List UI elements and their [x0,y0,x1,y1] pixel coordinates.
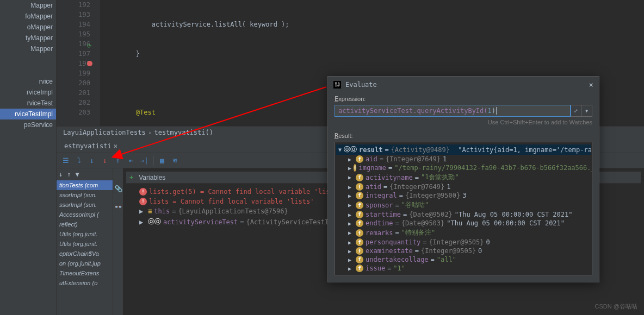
result-field[interactable]: ▶f issue = "1" [336,264,591,273]
result-field[interactable]: ▶f atid = {Integer@7649} 1 [336,182,591,191]
prev-frame-icon[interactable]: ↓ [59,171,63,178]
trace-button[interactable]: ≋ [169,155,181,167]
history-dropdown-icon[interactable]: ▾ [581,105,592,117]
hint-text: Use Ctrl+Shift+Enter to add to Watches [335,117,592,130]
stack-frame[interactable]: utExtension (o [57,278,113,288]
close-icon[interactable]: × [589,80,593,89]
result-field[interactable]: ▶f remarks = "特别备注" [336,228,591,238]
link-icon[interactable]: 🔗 [114,185,122,193]
field-icon: f [356,229,363,237]
glasses-icon[interactable]: 👓 [114,203,122,211]
result-field[interactable]: ▶f undertakecollage = "all" [336,255,591,264]
file-item[interactable]: rviceTestImpl [0,109,56,119]
stack-frame[interactable]: reflect) [57,219,113,229]
run-to-cursor-button[interactable]: →| [138,155,150,167]
file-item[interactable]: foMapper [0,11,56,22]
result-field[interactable]: ▶f sponsor = "谷咕咕" [336,200,591,210]
field-icon: f [356,174,363,181]
field-icon: f [356,256,363,263]
result-field[interactable]: ▶f starttime = {Date@9502} "Thu Aug 05 0… [336,210,591,219]
expand-arrow-icon[interactable]: ▶ [348,248,354,254]
step-into-button[interactable]: ↓ [86,155,98,167]
error-icon: ! [139,188,147,196]
frames-panel: ↓ ↑ ▼ tionTests (com ssorImpl (sun. ssor… [57,168,113,315]
step-over-button[interactable]: ⤵ [73,155,85,167]
expand-arrow-icon[interactable]: ▶ [348,156,354,162]
force-step-into-button[interactable]: ↓ [99,155,111,167]
stack-frame[interactable]: AccessorImpl ( [57,210,113,219]
result-field[interactable]: ▶f activityname = "1食堂执勤" [336,172,591,182]
file-item[interactable]: rviceImpl [0,87,56,98]
editor-gutter: 192 193 194 195 196⟳ 197 198 199 200 201… [57,0,100,126]
next-frame-icon[interactable]: ↑ [67,171,71,178]
expand-arrow-icon[interactable]: ▶ [139,207,146,215]
field-icon: f [356,238,363,246]
expand-arrow-icon[interactable]: ▶ [348,202,354,208]
file-item[interactable]: Mapper [0,43,56,54]
result-field[interactable]: ▶f endtime = {Date@9503} "Thu Aug 05 00:… [336,219,591,228]
result-tree[interactable]: ▼ ⓞⓞ result = {Activity@9489} "Activity{… [335,142,592,275]
variables-title: Variables [139,174,165,181]
expand-arrow-icon[interactable]: ▶ [348,184,354,190]
field-icon: f [356,155,363,163]
file-item[interactable]: tyMapper [0,33,56,43]
filter-frames-icon[interactable]: ▼ [75,171,79,178]
result-field[interactable]: ▶f personquantity = {Integer@9505} 0 [336,238,591,247]
file-item[interactable]: peService [0,119,56,130]
expand-arrow-icon[interactable]: ▶ [348,193,354,199]
expression-label: Expression: [335,93,592,105]
evaluate-expression-button[interactable]: ▦ [156,155,168,167]
error-icon: ! [139,198,147,205]
stack-frame[interactable]: ssorImpl (sun. [57,190,113,200]
watermark: CSDN @谷咕咕 [595,303,637,311]
collapse-arrow-icon[interactable]: ▼ [338,147,342,153]
dialog-title: Evaluate [345,81,377,89]
field-icon: f [356,219,363,227]
stack-frame[interactable]: tionTests (com [57,180,113,190]
expression-input[interactable]: activityServiceTest.queryActivityById(1) [335,105,571,117]
expand-arrow-icon[interactable]: ▶ [348,220,354,226]
file-item[interactable]: oMapper [0,22,56,33]
evaluate-dialog: IJ Evaluate × Expression: activityServic… [327,76,599,282]
close-icon[interactable]: × [114,142,117,150]
step-out-button[interactable]: ↑ [112,155,124,167]
debug-tab[interactable]: estmyvatisti× [60,141,122,152]
expand-arrow-icon[interactable]: ▶ [139,218,146,226]
show-execution-point-button[interactable]: ☰ [60,155,72,167]
run-gutter-icon[interactable]: ⟳ [87,41,91,51]
field-icon: f [356,192,363,199]
breakpoint-icon[interactable] [87,61,92,66]
stack-frame[interactable]: TimeoutExtens [57,268,113,278]
expand-icon[interactable]: ⤢ [571,105,581,117]
add-watch-icon[interactable]: + [129,174,133,181]
file-item[interactable]: Mapper [0,0,56,11]
expand-arrow-icon[interactable]: ▶ [348,240,354,245]
field-icon: f [356,264,363,272]
expand-arrow-icon[interactable]: ▶ [348,174,354,180]
project-sidebar: Mapper foMapper oMapper tyMapper Mapper … [0,0,57,315]
stack-frame[interactable]: Utils (org.junit. [57,229,113,239]
file-item[interactable]: rviceTest [0,98,56,109]
field-icon: f [356,247,363,255]
field-icon: f [356,201,363,209]
drop-frame-button[interactable]: ⇤ [125,155,137,167]
expand-arrow-icon[interactable]: ▶ [348,257,354,263]
intellij-icon: IJ [333,81,341,89]
field-icon: f [356,183,363,191]
result-field[interactable]: ▶f aid = {Integer@7649} 1 [336,155,591,163]
expand-arrow-icon[interactable]: ▶ [348,212,354,218]
result-field[interactable]: ▶f examinestate = {Integer@9505} 0 [336,247,591,255]
expand-arrow-icon[interactable]: ▶ [348,165,351,171]
field-icon: f [356,211,363,218]
expand-arrow-icon[interactable]: ▶ [348,266,354,272]
file-item[interactable]: rvice [0,76,56,87]
stack-frame[interactable]: eptorChain$Va [57,249,113,259]
result-root[interactable]: ▼ ⓞⓞ result = {Activity@9489} "Activity{… [336,144,591,155]
expand-arrow-icon[interactable]: ▶ [348,230,354,236]
stack-frame[interactable]: ssorImpl (sun. [57,200,113,210]
stack-frame[interactable]: Utils (org.junit. [57,239,113,249]
result-field[interactable]: ▶f imgname = "/temp-rainy/79904132-fa90-… [336,163,591,172]
field-icon: f [354,164,356,172]
stack-frame[interactable]: on (org.junit.jup [57,259,113,268]
result-field[interactable]: ▶f integral = {Integer@9500} 3 [336,191,591,200]
